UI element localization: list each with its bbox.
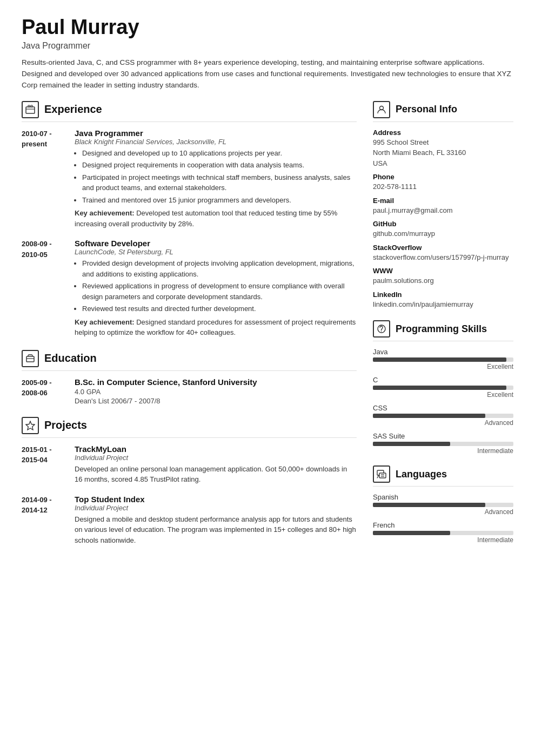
experience-job-title-1: Java Programmer	[75, 129, 357, 138]
experience-entry-1: 2010-07 - present Java Programmer Black …	[22, 129, 357, 230]
skill-bar-css	[373, 414, 513, 418]
education-degree-1: B.Sc. in Computer Science, Stanford Univ…	[75, 377, 357, 387]
experience-content-1: Java Programmer Black Knight Financial S…	[75, 129, 357, 230]
bullet: Designed and developed up to 10 applicat…	[82, 148, 357, 159]
education-gpa-1: 4.0 GPA	[75, 388, 357, 396]
skill-item-sas: SAS Suite Intermediate	[373, 432, 513, 455]
project-entry-1: 2015-01 - 2015-04 TrackMyLoan Individual…	[22, 444, 357, 485]
personal-info-section: Personal Info Address 995 School StreetN…	[373, 101, 513, 310]
bullet: Reviewed applications in progress of dev…	[82, 281, 357, 302]
experience-job-title-2: Software Developer	[75, 239, 357, 248]
project-date-2: 2014-09 - 2014-12	[22, 495, 65, 546]
resume-header: Paul Murray Java Programmer Results-orie…	[22, 16, 513, 91]
bullet: Trained and mentored over 15 junior prog…	[82, 195, 357, 206]
left-column: Experience 2010-07 - present Java Progra…	[22, 101, 357, 558]
projects-title: Projects	[44, 419, 87, 431]
svg-rect-0	[26, 107, 35, 113]
languages-title: Languages	[396, 469, 447, 480]
experience-entry-2: 2008-09 - 2010-05 Software Developer Lau…	[22, 239, 357, 338]
info-field-address: Address 995 School StreetNorth Miami Bea…	[373, 129, 513, 169]
experience-bullets-1: Designed and developed up to 10 applicat…	[82, 148, 357, 206]
bullet: Reviewed test results and directed furth…	[82, 303, 357, 314]
experience-header: Experience	[22, 101, 357, 122]
experience-content-2: Software Developer LaunchCode, St Peters…	[75, 239, 357, 338]
svg-rect-11	[379, 473, 386, 478]
info-field-github: GitHub github.com/murrayp	[373, 220, 513, 239]
project-entry-2: 2014-09 - 2014-12 Top Student Index Indi…	[22, 495, 357, 546]
skill-bar-c	[373, 386, 513, 390]
experience-org-2: LaunchCode, St Petersburg, FL	[75, 248, 357, 256]
project-desc-1: Developed an online personal loan manage…	[75, 464, 357, 485]
personal-info-title: Personal Info	[396, 104, 457, 115]
experience-bullets-2: Provided design development of projects …	[82, 258, 357, 314]
experience-date-1: 2010-07 - present	[22, 129, 65, 230]
project-content-1: TrackMyLoan Individual Project Developed…	[75, 444, 357, 485]
bullet: Designed project requirements in coopera…	[82, 160, 357, 171]
projects-icon	[22, 417, 39, 434]
skill-item-c: C Excellent	[373, 376, 513, 399]
candidate-subtitle: Java Programmer	[22, 41, 513, 51]
project-date-1: 2015-01 - 2015-04	[22, 444, 65, 485]
personal-info-icon	[373, 101, 390, 118]
education-section: Education 2005-09 - 2008-06 B.Sc. in Com…	[22, 350, 357, 405]
education-title: Education	[44, 352, 97, 364]
info-field-stackoverflow: StackOverflow stackoverflow.com/users/15…	[373, 244, 513, 263]
skill-bar-java	[373, 357, 513, 362]
projects-section: Projects 2015-01 - 2015-04 TrackMyLoan I…	[22, 417, 357, 546]
projects-header: Projects	[22, 417, 357, 438]
lang-item-french: French Intermediate	[373, 521, 513, 544]
project-org-1: Individual Project	[75, 454, 357, 462]
info-field-email: E-mail paul.j.murray@gmail.com	[373, 197, 513, 216]
project-org-2: Individual Project	[75, 504, 357, 512]
experience-title: Experience	[44, 103, 102, 116]
candidate-summary: Results-oriented Java, C, and CSS progra…	[22, 57, 513, 91]
skill-item-java: Java Excellent	[373, 348, 513, 370]
education-deans-1: Dean's List 2006/7 - 2007/8	[75, 397, 357, 405]
project-name-1: TrackMyLoan	[75, 444, 357, 454]
main-body: Experience 2010-07 - present Java Progra…	[22, 101, 513, 558]
lang-item-spanish: Spanish Advanced	[373, 493, 513, 516]
skills-header: Programming Skills	[373, 320, 513, 341]
languages-section: Languages Spanish Advanced French	[373, 465, 513, 544]
experience-date-2: 2008-09 - 2010-05	[22, 239, 65, 338]
education-entry-1: 2005-09 - 2008-06 B.Sc. in Computer Scie…	[22, 377, 357, 405]
skills-section: Programming Skills Java Excellent C	[373, 320, 513, 455]
svg-rect-1	[28, 105, 30, 107]
resume-container: Paul Murray Java Programmer Results-orie…	[0, 0, 535, 573]
skill-item-css: CSS Advanced	[373, 404, 513, 427]
education-content-1: B.Sc. in Computer Science, Stanford Univ…	[75, 377, 357, 405]
skills-icon	[373, 320, 390, 338]
svg-rect-2	[31, 105, 32, 107]
education-header: Education	[22, 350, 357, 371]
languages-icon	[373, 465, 390, 483]
info-field-phone: Phone 202-578-1111	[373, 173, 513, 192]
lang-bar-french	[373, 531, 513, 535]
experience-org-1: Black Knight Financial Services, Jackson…	[75, 138, 357, 146]
svg-point-9	[381, 331, 382, 332]
experience-achievement-2: Key achievement: Designed standard proce…	[75, 317, 357, 338]
education-icon	[22, 350, 39, 367]
experience-section: Experience 2010-07 - present Java Progra…	[22, 101, 357, 338]
candidate-name: Paul Murray	[22, 16, 513, 39]
languages-header: Languages	[373, 465, 513, 487]
personal-info-header: Personal Info	[373, 101, 513, 122]
svg-rect-4	[26, 356, 34, 362]
bullet: Provided design development of projects …	[82, 258, 357, 279]
right-column: Personal Info Address 995 School StreetN…	[373, 101, 513, 558]
bullet: Participated in project meetings with te…	[82, 172, 357, 193]
info-field-www: WWW paulm.solutions.org	[373, 267, 513, 286]
skills-title: Programming Skills	[396, 323, 487, 335]
lang-bar-spanish	[373, 503, 513, 507]
project-content-2: Top Student Index Individual Project Des…	[75, 495, 357, 546]
skill-bar-sas	[373, 442, 513, 446]
project-desc-2: Designed a mobile and desktop student pe…	[75, 514, 357, 546]
education-date-1: 2005-09 - 2008-06	[22, 377, 65, 405]
info-field-linkedin: LinkedIn linkedin.com/in/pauljamiemurray	[373, 291, 513, 310]
experience-icon	[22, 101, 39, 118]
svg-marker-6	[26, 421, 35, 430]
project-name-2: Top Student Index	[75, 495, 357, 504]
experience-achievement-1: Key achievement: Developed test automati…	[75, 208, 357, 229]
